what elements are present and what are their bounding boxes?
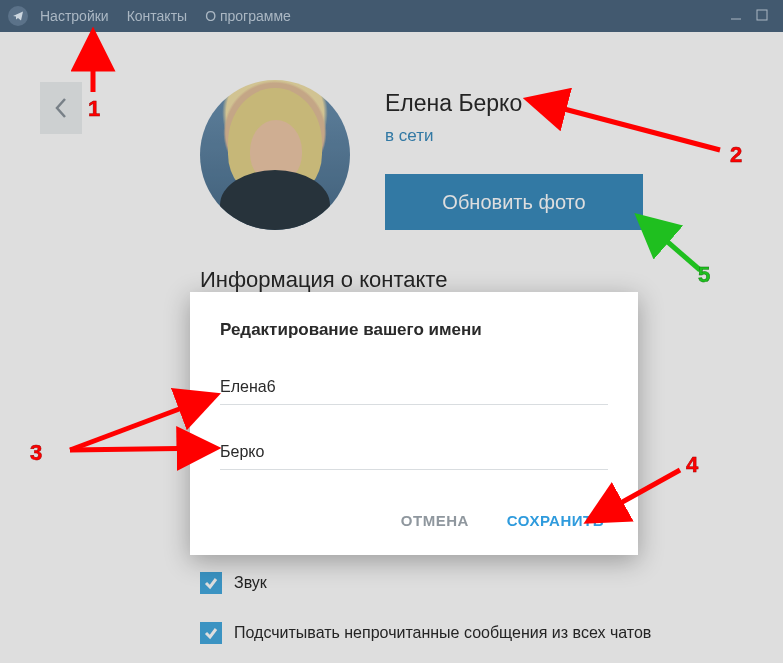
dialog-title: Редактирование вашего имени — [220, 320, 608, 340]
cancel-button[interactable]: ОТМЕНА — [397, 504, 473, 537]
app-logo-icon — [8, 6, 28, 26]
svg-rect-1 — [757, 10, 767, 20]
first-name-input[interactable] — [220, 374, 608, 405]
edit-name-dialog: Редактирование вашего имени ОТМЕНА СОХРА… — [190, 292, 638, 555]
content-area: Елена Берко в сети Обновить фото Информа… — [0, 32, 783, 663]
menu-settings[interactable]: Настройки — [40, 8, 109, 24]
titlebar: Настройки Контакты О программе — [0, 0, 783, 32]
menu-about[interactable]: О программе — [205, 8, 291, 24]
dialog-actions: ОТМЕНА СОХРАНИТЬ — [220, 504, 608, 537]
save-button[interactable]: СОХРАНИТЬ — [503, 504, 608, 537]
last-name-input[interactable] — [220, 439, 608, 470]
menu-contacts[interactable]: Контакты — [127, 8, 187, 24]
maximize-icon[interactable] — [749, 8, 775, 25]
minimize-icon[interactable] — [723, 8, 749, 25]
